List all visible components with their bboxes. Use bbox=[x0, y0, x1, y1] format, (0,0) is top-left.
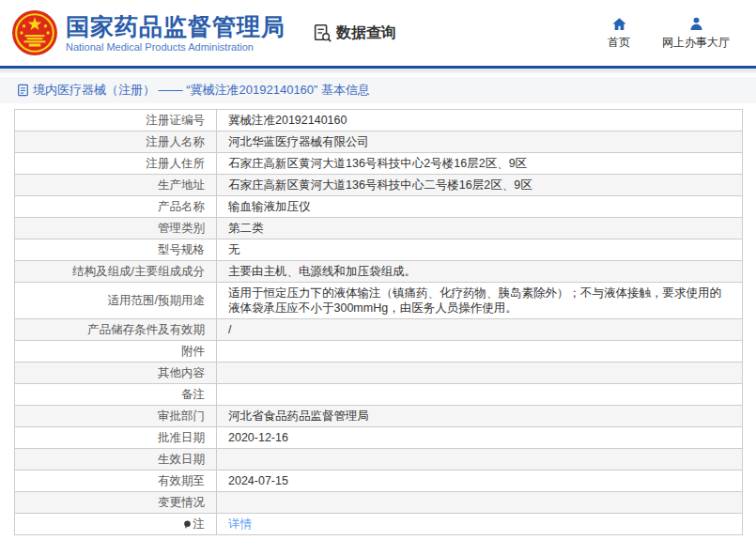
table-row: 批准日期2020-12-16 bbox=[15, 427, 743, 449]
home-icon bbox=[611, 16, 627, 32]
note-icon bbox=[183, 520, 192, 529]
agency-title-block: 国家药品监督管理局 National Medical Products Admi… bbox=[66, 14, 285, 53]
table-row: 备注 bbox=[15, 384, 743, 406]
registration-info-table: 注册证编号冀械注准20192140160注册人名称河北华蓝医疗器械有限公司注册人… bbox=[14, 109, 743, 535]
table-row: 注册人名称河北华蓝医疗器械有限公司 bbox=[15, 131, 743, 153]
row-label: 批准日期 bbox=[15, 427, 217, 449]
row-value: 主要由主机、电源线和加压袋组成。 bbox=[217, 261, 743, 283]
agency-name: 国家药品监督管理局 bbox=[66, 14, 285, 39]
table-row: 管理类别第二类 bbox=[15, 218, 743, 239]
site-header: 国家药品监督管理局 National Medical Products Admi… bbox=[0, 0, 756, 66]
row-label: 注册人名称 bbox=[15, 131, 217, 153]
table-row: 结构及组成/主要组成成分主要由主机、电源线和加压袋组成。 bbox=[15, 261, 743, 283]
row-label: 适用范围/预期用途 bbox=[15, 283, 217, 319]
nav-data-query[interactable]: 数据查询 bbox=[312, 23, 396, 43]
row-label: 产品名称 bbox=[15, 196, 217, 218]
row-label: 附件 bbox=[15, 341, 217, 363]
row-label: 有效期至 bbox=[15, 471, 217, 492]
table-row: 变更情况 bbox=[15, 492, 743, 514]
row-label: 生产地址 bbox=[15, 175, 217, 196]
registration-info-table-wrap: 注册证编号冀械注准20192140160注册人名称河北华蓝医疗器械有限公司注册人… bbox=[14, 109, 742, 535]
row-value: 无 bbox=[217, 239, 743, 261]
row-label: 生效日期 bbox=[15, 449, 217, 471]
detail-link[interactable]: 详情 bbox=[228, 517, 252, 531]
row-value: 第二类 bbox=[217, 218, 743, 239]
row-value: 2024-07-15 bbox=[217, 471, 743, 492]
row-label: 审批部门 bbox=[15, 406, 217, 427]
table-row: 生效日期 bbox=[15, 449, 743, 471]
table-row: 注册人住所石家庄高新区黄河大道136号科技中心2号楼16层2区、9区 bbox=[15, 153, 743, 175]
row-value: 适用于恒定压力下的液体输注（镇痛药、化疗药物、胰岛素除外）；不与液体接触，要求使… bbox=[217, 283, 743, 319]
page-title: 境内医疗器械（注册） —— “冀械注准20192140160” 基本信息 bbox=[33, 82, 370, 99]
row-label: 注册人住所 bbox=[15, 153, 217, 175]
row-value bbox=[217, 449, 743, 471]
row-value: 石家庄高新区黄河大道136号科技中心二号楼16层2区、9区 bbox=[217, 175, 743, 196]
home-label: 首页 bbox=[608, 35, 630, 51]
national-emblem-logo bbox=[11, 9, 58, 56]
row-label: 注 bbox=[15, 514, 217, 535]
table-row: 附件 bbox=[15, 341, 743, 363]
row-value: 冀械注准20192140160 bbox=[217, 110, 743, 131]
home-link[interactable]: 首页 bbox=[608, 16, 630, 51]
table-row: 审批部门河北省食品药品监督管理局 bbox=[15, 406, 743, 427]
table-row: 适用范围/预期用途适用于恒定压力下的液体输注（镇痛药、化疗药物、胰岛素除外）；不… bbox=[15, 283, 743, 319]
row-label: 注册证编号 bbox=[15, 110, 217, 131]
agency-name-en: National Medical Products Administration bbox=[66, 41, 285, 53]
table-row: 型号规格无 bbox=[15, 239, 743, 261]
row-label: 结构及组成/主要组成成分 bbox=[15, 261, 217, 283]
row-label: 变更情况 bbox=[15, 492, 217, 514]
row-label: 其他内容 bbox=[15, 363, 217, 384]
row-label: 管理类别 bbox=[15, 218, 217, 239]
table-row: 生产地址石家庄高新区黄河大道136号科技中心二号楼16层2区、9区 bbox=[15, 175, 743, 196]
breadcrumb: 境内医疗器械（注册） —— “冀械注准20192140160” 基本信息 bbox=[0, 77, 756, 103]
row-value: / bbox=[217, 319, 743, 341]
row-label: 备注 bbox=[15, 384, 217, 406]
info-table-body: 注册证编号冀械注准20192140160注册人名称河北华蓝医疗器械有限公司注册人… bbox=[15, 110, 743, 535]
table-row: 注册证编号冀械注准20192140160 bbox=[15, 110, 743, 131]
table-row: 注详情 bbox=[15, 514, 743, 535]
row-label: 型号规格 bbox=[15, 239, 217, 261]
header-shadow bbox=[0, 69, 756, 73]
table-row: 产品名称输血输液加压仪 bbox=[15, 196, 743, 218]
row-value: 2020-12-16 bbox=[217, 427, 743, 449]
row-value bbox=[217, 363, 743, 384]
row-value: 输血输液加压仪 bbox=[217, 196, 743, 218]
row-value bbox=[217, 341, 743, 363]
data-query-label: 数据查询 bbox=[336, 23, 396, 43]
row-value bbox=[217, 492, 743, 514]
table-row: 有效期至2024-07-15 bbox=[15, 471, 743, 492]
row-value: 河北华蓝医疗器械有限公司 bbox=[217, 131, 743, 153]
row-value: 河北省食品药品监督管理局 bbox=[217, 406, 743, 427]
document-search-icon bbox=[312, 23, 332, 43]
row-value: 石家庄高新区黄河大道136号科技中心2号楼16层2区、9区 bbox=[217, 153, 743, 175]
person-icon bbox=[688, 16, 704, 32]
table-row: 其他内容 bbox=[15, 363, 743, 384]
table-row: 产品储存条件及有效期/ bbox=[15, 319, 743, 341]
row-label: 产品储存条件及有效期 bbox=[15, 319, 217, 341]
online-hall-link[interactable]: 网上办事大厅 bbox=[662, 16, 730, 51]
document-icon bbox=[17, 84, 29, 97]
online-hall-label: 网上办事大厅 bbox=[662, 35, 730, 51]
header-right-links: 首页 网上办事大厅 bbox=[608, 16, 730, 51]
row-value bbox=[217, 384, 743, 406]
